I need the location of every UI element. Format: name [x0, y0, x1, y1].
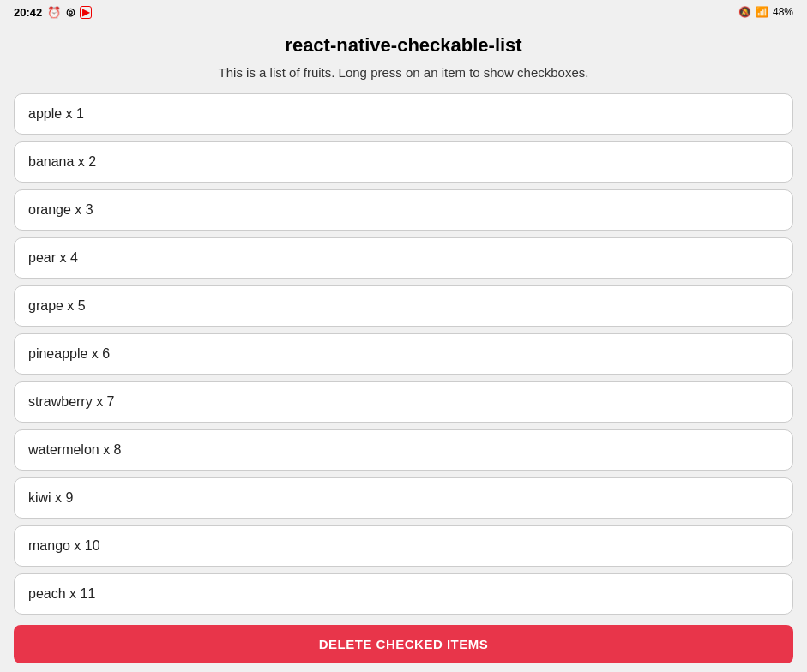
- app-title: react-native-checkable-list: [14, 34, 793, 57]
- delete-checked-button[interactable]: DELETE CHECKED ITEMS: [14, 625, 793, 663]
- list-item[interactable]: peach x 11: [14, 573, 793, 615]
- list-item[interactable]: watermelon x 8: [14, 429, 793, 471]
- status-time-area: 20:42 ⏰ ◎ ▶: [14, 6, 92, 19]
- list-item[interactable]: grape x 5: [14, 285, 793, 327]
- status-time: 20:42: [14, 6, 42, 19]
- mute-icon: 🔕: [738, 6, 751, 18]
- list-item[interactable]: pear x 4: [14, 237, 793, 279]
- list-item[interactable]: orange x 3: [14, 189, 793, 231]
- list-item[interactable]: banana x 2: [14, 141, 793, 183]
- list-item[interactable]: mango x 10: [14, 525, 793, 567]
- app-subtitle: This is a list of fruits. Long press on …: [14, 63, 793, 81]
- youtube-icon: ▶: [80, 6, 92, 19]
- status-bar: 20:42 ⏰ ◎ ▶ 🔕 📶 48%: [0, 0, 807, 24]
- nav-icon: ◎: [66, 6, 75, 18]
- battery-text: 48%: [773, 6, 793, 18]
- alarm-icon: ⏰: [47, 6, 61, 19]
- list-item[interactable]: strawberry x 7: [14, 381, 793, 423]
- list-item[interactable]: apple x 1: [14, 93, 793, 135]
- fruit-list: apple x 1banana x 2orange x 3pear x 4gra…: [14, 93, 793, 616]
- list-item[interactable]: pineapple x 6: [14, 333, 793, 375]
- wifi-icon: 📶: [756, 6, 768, 18]
- phone-frame: 20:42 ⏰ ◎ ▶ 🔕 📶 48% react-native-checkab…: [0, 0, 807, 672]
- list-item[interactable]: kiwi x 9: [14, 477, 793, 519]
- app-container: react-native-checkable-list This is a li…: [0, 24, 807, 672]
- status-right-icons: 🔕 📶 48%: [738, 6, 793, 18]
